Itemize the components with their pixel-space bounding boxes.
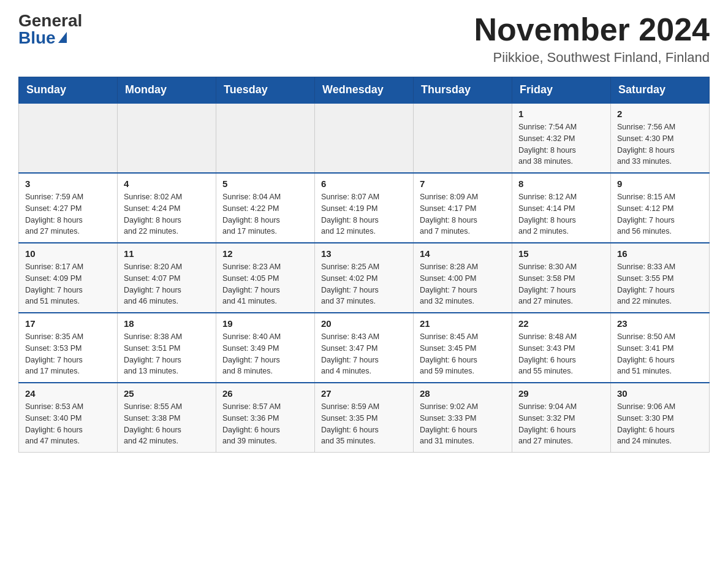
day-info: Sunrise: 8:40 AMSunset: 3:49 PMDaylight:… bbox=[222, 331, 308, 377]
week-row-4: 17Sunrise: 8:35 AMSunset: 3:53 PMDayligh… bbox=[19, 313, 710, 383]
calendar-cell: 4Sunrise: 8:02 AMSunset: 4:24 PMDaylight… bbox=[118, 173, 216, 243]
calendar-cell: 8Sunrise: 8:12 AMSunset: 4:14 PMDaylight… bbox=[512, 173, 611, 243]
header: General Blue November 2024 Piikkioe, Sou… bbox=[18, 12, 710, 66]
calendar-table: Sunday Monday Tuesday Wednesday Thursday… bbox=[18, 77, 710, 453]
day-number: 5 bbox=[222, 178, 308, 189]
day-number: 23 bbox=[617, 318, 703, 329]
day-number: 3 bbox=[25, 178, 111, 189]
calendar-cell: 12Sunrise: 8:23 AMSunset: 4:05 PMDayligh… bbox=[216, 243, 315, 313]
day-number: 21 bbox=[420, 318, 506, 329]
day-info: Sunrise: 9:04 AMSunset: 3:32 PMDaylight:… bbox=[518, 401, 604, 447]
calendar-cell: 18Sunrise: 8:38 AMSunset: 3:51 PMDayligh… bbox=[118, 313, 216, 383]
day-number: 28 bbox=[420, 388, 506, 399]
week-row-1: 1Sunrise: 7:54 AMSunset: 4:32 PMDaylight… bbox=[19, 103, 710, 173]
day-number: 2 bbox=[617, 109, 703, 119]
day-info: Sunrise: 9:02 AMSunset: 3:33 PMDaylight:… bbox=[420, 401, 506, 447]
day-info: Sunrise: 8:07 AMSunset: 4:19 PMDaylight:… bbox=[321, 191, 407, 237]
week-row-5: 24Sunrise: 8:53 AMSunset: 3:40 PMDayligh… bbox=[19, 383, 710, 453]
calendar-cell bbox=[315, 103, 414, 173]
day-info: Sunrise: 8:48 AMSunset: 3:43 PMDaylight:… bbox=[518, 331, 604, 377]
day-number: 26 bbox=[222, 388, 308, 399]
weekday-header-row: Sunday Monday Tuesday Wednesday Thursday… bbox=[19, 77, 710, 104]
day-info: Sunrise: 8:59 AMSunset: 3:35 PMDaylight:… bbox=[321, 401, 407, 447]
calendar-cell bbox=[414, 103, 512, 173]
calendar-cell: 7Sunrise: 8:09 AMSunset: 4:17 PMDaylight… bbox=[414, 173, 512, 243]
calendar-cell bbox=[19, 103, 118, 173]
calendar-cell: 14Sunrise: 8:28 AMSunset: 4:00 PMDayligh… bbox=[414, 243, 512, 313]
header-monday: Monday bbox=[118, 77, 216, 104]
calendar-cell: 26Sunrise: 8:57 AMSunset: 3:36 PMDayligh… bbox=[216, 383, 315, 453]
calendar-cell: 30Sunrise: 9:06 AMSunset: 3:30 PMDayligh… bbox=[611, 383, 710, 453]
day-info: Sunrise: 8:43 AMSunset: 3:47 PMDaylight:… bbox=[321, 331, 407, 377]
day-number: 7 bbox=[420, 178, 506, 189]
day-info: Sunrise: 8:38 AMSunset: 3:51 PMDaylight:… bbox=[124, 331, 210, 377]
location-subtitle: Piikkioe, Southwest Finland, Finland bbox=[474, 50, 710, 66]
day-number: 12 bbox=[222, 248, 308, 259]
day-info: Sunrise: 8:23 AMSunset: 4:05 PMDaylight:… bbox=[222, 261, 308, 307]
calendar-cell: 10Sunrise: 8:17 AMSunset: 4:09 PMDayligh… bbox=[19, 243, 118, 313]
calendar-cell: 21Sunrise: 8:45 AMSunset: 3:45 PMDayligh… bbox=[414, 313, 512, 383]
day-info: Sunrise: 8:45 AMSunset: 3:45 PMDaylight:… bbox=[420, 331, 506, 377]
day-info: Sunrise: 8:57 AMSunset: 3:36 PMDaylight:… bbox=[222, 401, 308, 447]
day-number: 6 bbox=[321, 178, 407, 189]
day-number: 10 bbox=[25, 248, 111, 259]
day-number: 16 bbox=[617, 248, 703, 259]
day-number: 1 bbox=[518, 109, 604, 119]
day-info: Sunrise: 8:25 AMSunset: 4:02 PMDaylight:… bbox=[321, 261, 407, 307]
day-info: Sunrise: 8:53 AMSunset: 3:40 PMDaylight:… bbox=[25, 401, 111, 447]
calendar-cell: 15Sunrise: 8:30 AMSunset: 3:58 PMDayligh… bbox=[512, 243, 611, 313]
day-info: Sunrise: 8:30 AMSunset: 3:58 PMDaylight:… bbox=[518, 261, 604, 307]
calendar-cell bbox=[216, 103, 315, 173]
day-number: 29 bbox=[518, 388, 604, 399]
month-title: November 2024 bbox=[474, 12, 710, 47]
calendar-cell: 19Sunrise: 8:40 AMSunset: 3:49 PMDayligh… bbox=[216, 313, 315, 383]
logo: General Blue bbox=[18, 12, 82, 47]
day-number: 15 bbox=[518, 248, 604, 259]
title-section: November 2024 Piikkioe, Southwest Finlan… bbox=[474, 12, 710, 66]
calendar-cell: 23Sunrise: 8:50 AMSunset: 3:41 PMDayligh… bbox=[611, 313, 710, 383]
day-number: 30 bbox=[617, 388, 703, 399]
calendar-cell: 11Sunrise: 8:20 AMSunset: 4:07 PMDayligh… bbox=[118, 243, 216, 313]
calendar-cell: 29Sunrise: 9:04 AMSunset: 3:32 PMDayligh… bbox=[512, 383, 611, 453]
day-number: 8 bbox=[518, 178, 604, 189]
day-info: Sunrise: 7:59 AMSunset: 4:27 PMDaylight:… bbox=[25, 191, 111, 237]
header-saturday: Saturday bbox=[611, 77, 710, 104]
calendar-cell: 2Sunrise: 7:56 AMSunset: 4:30 PMDaylight… bbox=[611, 103, 710, 173]
day-info: Sunrise: 8:15 AMSunset: 4:12 PMDaylight:… bbox=[617, 191, 703, 237]
day-info: Sunrise: 8:28 AMSunset: 4:00 PMDaylight:… bbox=[420, 261, 506, 307]
week-row-2: 3Sunrise: 7:59 AMSunset: 4:27 PMDaylight… bbox=[19, 173, 710, 243]
calendar-cell: 3Sunrise: 7:59 AMSunset: 4:27 PMDaylight… bbox=[19, 173, 118, 243]
calendar-cell: 16Sunrise: 8:33 AMSunset: 3:55 PMDayligh… bbox=[611, 243, 710, 313]
day-number: 19 bbox=[222, 318, 308, 329]
header-thursday: Thursday bbox=[414, 77, 512, 104]
day-number: 24 bbox=[25, 388, 111, 399]
day-info: Sunrise: 8:12 AMSunset: 4:14 PMDaylight:… bbox=[518, 191, 604, 237]
calendar-cell: 1Sunrise: 7:54 AMSunset: 4:32 PMDaylight… bbox=[512, 103, 611, 173]
calendar-cell bbox=[118, 103, 216, 173]
day-number: 17 bbox=[25, 318, 111, 329]
day-info: Sunrise: 8:04 AMSunset: 4:22 PMDaylight:… bbox=[222, 191, 308, 237]
day-number: 25 bbox=[124, 388, 210, 399]
day-info: Sunrise: 8:33 AMSunset: 3:55 PMDaylight:… bbox=[617, 261, 703, 307]
logo-general-text: General bbox=[18, 12, 82, 29]
day-info: Sunrise: 8:35 AMSunset: 3:53 PMDaylight:… bbox=[25, 331, 111, 377]
calendar-cell: 27Sunrise: 8:59 AMSunset: 3:35 PMDayligh… bbox=[315, 383, 414, 453]
day-info: Sunrise: 8:17 AMSunset: 4:09 PMDaylight:… bbox=[25, 261, 111, 307]
day-number: 18 bbox=[124, 318, 210, 329]
header-wednesday: Wednesday bbox=[315, 77, 414, 104]
day-number: 20 bbox=[321, 318, 407, 329]
day-number: 22 bbox=[518, 318, 604, 329]
day-info: Sunrise: 8:09 AMSunset: 4:17 PMDaylight:… bbox=[420, 191, 506, 237]
day-number: 27 bbox=[321, 388, 407, 399]
calendar-cell: 22Sunrise: 8:48 AMSunset: 3:43 PMDayligh… bbox=[512, 313, 611, 383]
calendar-cell: 13Sunrise: 8:25 AMSunset: 4:02 PMDayligh… bbox=[315, 243, 414, 313]
day-info: Sunrise: 8:20 AMSunset: 4:07 PMDaylight:… bbox=[124, 261, 210, 307]
calendar-cell: 20Sunrise: 8:43 AMSunset: 3:47 PMDayligh… bbox=[315, 313, 414, 383]
calendar-cell: 9Sunrise: 8:15 AMSunset: 4:12 PMDaylight… bbox=[611, 173, 710, 243]
day-number: 14 bbox=[420, 248, 506, 259]
calendar-cell: 24Sunrise: 8:53 AMSunset: 3:40 PMDayligh… bbox=[19, 383, 118, 453]
calendar-cell: 17Sunrise: 8:35 AMSunset: 3:53 PMDayligh… bbox=[19, 313, 118, 383]
day-number: 9 bbox=[617, 178, 703, 189]
header-friday: Friday bbox=[512, 77, 611, 104]
calendar-cell: 25Sunrise: 8:55 AMSunset: 3:38 PMDayligh… bbox=[118, 383, 216, 453]
